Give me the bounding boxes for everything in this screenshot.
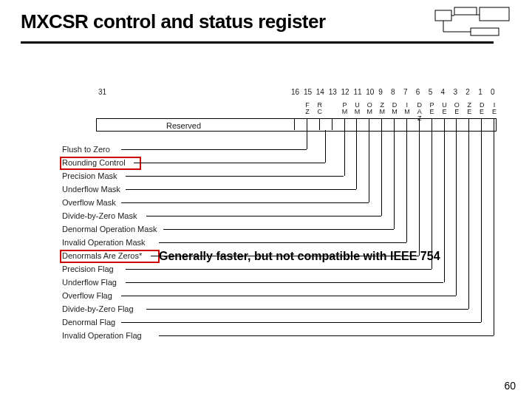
- bit-divider: [294, 118, 295, 130]
- bit-label: 13: [329, 88, 337, 96]
- bit-divider: [381, 118, 382, 130]
- bit-label: 10: [366, 88, 374, 96]
- column-head: I M: [402, 102, 412, 115]
- bit-divider: [344, 118, 345, 130]
- column-head: O E: [451, 102, 462, 115]
- connector-h: [159, 242, 406, 243]
- field-label: Underflow Flag: [62, 278, 117, 287]
- connector-h: [121, 322, 481, 323]
- title-underline: [21, 41, 494, 44]
- connector-h: [126, 282, 444, 283]
- bit-divider: [307, 118, 307, 130]
- bit-label: 6: [416, 88, 420, 96]
- column-head: I E: [489, 102, 499, 115]
- svg-rect-1: [454, 7, 477, 15]
- column-head: Z M: [377, 102, 387, 115]
- page-number: 60: [504, 380, 516, 392]
- connector-v: [344, 130, 345, 176]
- connector-v: [481, 130, 482, 322]
- column-head: D A Z: [415, 102, 425, 122]
- field-label: Rounding Control: [62, 158, 126, 167]
- connector-h: [146, 309, 468, 310]
- bit-divider: [319, 118, 320, 130]
- svg-rect-3: [471, 28, 499, 35]
- annotation-text: Generally faster, but not compatible wit…: [159, 250, 440, 263]
- field-label: Flush to Zero: [62, 145, 110, 154]
- connector-v: [369, 130, 369, 202]
- column-head: R C: [315, 102, 325, 115]
- svg-rect-2: [480, 7, 509, 21]
- bit-divider: [444, 118, 445, 130]
- column-head: U E: [440, 102, 450, 115]
- connector-v: [444, 130, 445, 282]
- field-label: Underflow Mask: [62, 185, 120, 194]
- bit-divider: [406, 118, 407, 130]
- connector-h: [159, 335, 494, 336]
- corner-diagram-icon: [434, 6, 511, 37]
- bit-divider: [481, 118, 482, 130]
- bit-label: 7: [403, 88, 408, 96]
- connector-v: [419, 130, 420, 256]
- field-label: Overflow Flag: [62, 291, 112, 300]
- bit-divider: [432, 118, 432, 130]
- bit-label: 12: [341, 88, 349, 96]
- bit-divider: [456, 118, 457, 130]
- bit-label: 2: [466, 88, 470, 96]
- connector-h: [121, 202, 369, 203]
- column-head: Z E: [464, 102, 474, 115]
- connector-v: [381, 130, 382, 216]
- column-head: P M: [340, 102, 350, 115]
- bit-label: 0: [491, 88, 495, 96]
- connector-h: [146, 216, 381, 216]
- connector-v: [325, 130, 326, 163]
- field-label: Overflow Mask: [62, 198, 116, 207]
- bit-label: 5: [429, 88, 433, 96]
- column-head: F Z: [302, 102, 313, 115]
- bit-label: 14: [316, 88, 324, 96]
- field-label: Divide-by-Zero Mask: [62, 211, 137, 220]
- field-label: Precision Mask: [62, 171, 117, 180]
- column-head: O M: [364, 102, 375, 115]
- field-label: Denormal Flag: [62, 318, 115, 327]
- connector-h: [151, 256, 419, 256]
- connector-h: [121, 149, 307, 150]
- connector-v: [406, 130, 407, 242]
- column-head: D E: [477, 102, 487, 115]
- connector-h: [126, 176, 344, 177]
- svg-rect-0: [435, 10, 451, 21]
- bit-label: 15: [304, 88, 312, 96]
- bit-divider: [394, 118, 395, 130]
- bit-label: 9: [378, 88, 383, 96]
- slide: { "title": "MXCSR control and status reg…: [0, 0, 532, 399]
- field-label: Denormal Operation Mask: [62, 225, 157, 233]
- column-head: D M: [389, 102, 400, 115]
- connector-v: [432, 130, 432, 269]
- bit-label: 11: [353, 88, 361, 96]
- connector-v: [307, 130, 307, 149]
- column-head: P E: [427, 102, 437, 115]
- page-title: MXCSR control and status register: [21, 10, 326, 33]
- bit-divider: [332, 118, 332, 130]
- connector-v: [356, 130, 357, 189]
- bit-divider: [369, 118, 369, 130]
- bit-divider: [494, 118, 494, 130]
- connector-v: [456, 130, 457, 296]
- reserved-label: Reserved: [166, 121, 201, 130]
- bit-label: 16: [291, 88, 299, 96]
- bit-label: 31: [98, 88, 106, 96]
- field-label: Denormals Are Zeros*: [62, 251, 142, 260]
- connector-v: [494, 130, 494, 335]
- connector-h: [163, 229, 394, 230]
- bit-label: 3: [453, 88, 457, 96]
- connector-h: [126, 189, 357, 190]
- field-label: Divide-by-Zero Flag: [62, 304, 134, 313]
- column-head: U M: [352, 102, 362, 115]
- field-label: Invalid Operation Mask: [62, 238, 146, 247]
- bit-label: 4: [441, 88, 446, 96]
- connector-v: [468, 130, 469, 309]
- connector-h: [126, 269, 432, 270]
- bit-label: 8: [391, 88, 395, 96]
- register-box: [96, 118, 497, 132]
- bit-divider: [356, 118, 357, 130]
- field-label: Invalid Operation Flag: [62, 331, 142, 340]
